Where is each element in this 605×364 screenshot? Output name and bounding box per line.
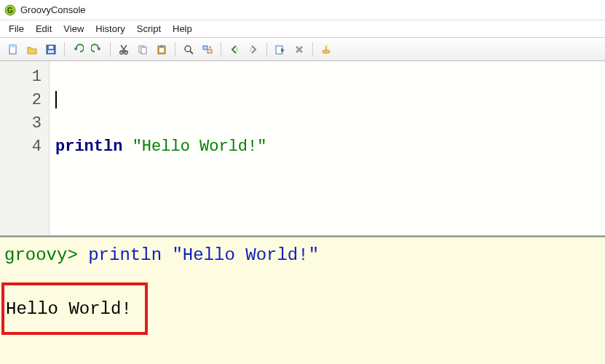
- undo-button[interactable]: [69, 41, 87, 58]
- window-title: GroovyConsole: [20, 4, 86, 15]
- toolbar: [0, 38, 605, 61]
- svg-rect-20: [236, 47, 238, 52]
- svg-text:G: G: [7, 7, 13, 15]
- menubar: File Edit View History Script Help: [0, 20, 605, 38]
- svg-line-17: [190, 51, 193, 54]
- app-icon: G: [4, 4, 16, 16]
- open-file-button[interactable]: [23, 41, 41, 58]
- line-number: 1: [0, 66, 49, 89]
- code-editor[interactable]: println "Hello World!": [50, 61, 605, 235]
- editor-area[interactable]: 1 2 3 4 println "Hello World!": [0, 61, 605, 236]
- svg-rect-6: [48, 50, 54, 53]
- output-panel[interactable]: groovy> println "Hello World!" Hello Wor…: [0, 236, 605, 364]
- line-number-gutter: 1 2 3 4: [0, 61, 50, 235]
- svg-rect-12: [141, 47, 146, 54]
- find-button[interactable]: [180, 41, 197, 58]
- code-line[interactable]: println "Hello World!": [55, 135, 605, 159]
- copy-button[interactable]: [134, 41, 151, 58]
- menu-file[interactable]: File: [3, 22, 30, 36]
- svg-rect-14: [160, 45, 163, 47]
- menu-help[interactable]: Help: [167, 22, 198, 36]
- run-script-button[interactable]: [272, 41, 289, 58]
- cut-button[interactable]: [115, 41, 133, 58]
- line-number: 3: [0, 112, 49, 135]
- code-line[interactable]: [55, 89, 605, 112]
- replace-button[interactable]: [199, 41, 216, 58]
- text-cursor: [55, 91, 57, 108]
- code-line[interactable]: [55, 66, 605, 89]
- svg-rect-18: [203, 46, 207, 50]
- result-highlight-box: Hello World!: [1, 282, 148, 335]
- svg-rect-5: [49, 46, 53, 49]
- output-echo-line: groovy> println "Hello World!": [4, 243, 601, 268]
- menu-view[interactable]: View: [58, 22, 90, 36]
- svg-rect-3: [9, 45, 16, 47]
- new-file-button[interactable]: [4, 41, 22, 58]
- output-echo: println "Hello World!": [88, 245, 319, 265]
- paste-button[interactable]: [153, 41, 170, 58]
- menu-edit[interactable]: Edit: [30, 22, 58, 36]
- redo-button[interactable]: [88, 41, 106, 58]
- output-prompt: groovy>: [4, 245, 88, 265]
- svg-rect-25: [323, 50, 330, 53]
- svg-point-27: [325, 44, 328, 46]
- menu-script[interactable]: Script: [131, 22, 167, 36]
- line-number: 4: [0, 135, 49, 159]
- stop-script-button[interactable]: [290, 41, 308, 58]
- clear-output-button[interactable]: [317, 41, 335, 58]
- save-file-button[interactable]: [42, 41, 60, 58]
- output-result: Hello World!: [6, 297, 132, 322]
- svg-point-16: [185, 46, 191, 52]
- history-back-button[interactable]: [226, 41, 243, 58]
- code-line[interactable]: [55, 112, 605, 135]
- history-forward-button[interactable]: [245, 41, 262, 58]
- svg-rect-15: [159, 48, 164, 52]
- menu-history[interactable]: History: [90, 22, 130, 36]
- svg-rect-21: [250, 47, 252, 52]
- line-number: 2: [0, 89, 49, 112]
- svg-rect-19: [207, 50, 212, 53]
- titlebar: G GroovyConsole: [0, 0, 605, 20]
